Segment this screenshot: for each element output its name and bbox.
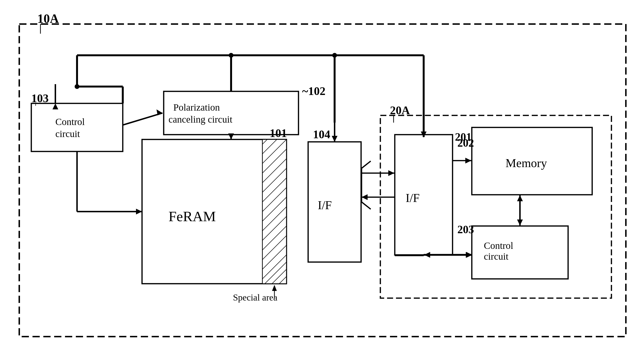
svg-marker-39 — [136, 209, 142, 214]
svg-rect-27 — [308, 142, 361, 262]
svg-rect-4 — [31, 104, 123, 152]
svg-marker-54 — [465, 158, 471, 164]
label-103: 103 — [31, 92, 49, 104]
special-area-text: Special area — [233, 292, 278, 302]
feram-text: FeRAM — [168, 208, 216, 224]
svg-marker-64 — [517, 195, 523, 201]
polarization-text-1: Polarization — [173, 102, 220, 113]
svg-marker-32 — [272, 285, 277, 291]
svg-marker-61 — [466, 252, 472, 258]
svg-marker-47 — [388, 170, 394, 176]
label-203: 203 — [457, 223, 474, 236]
diagram-container: 10A 20A Control circuit 103 Polarization… — [0, 0, 642, 364]
label-101: 101 — [270, 127, 287, 140]
svg-line-51 — [362, 161, 371, 168]
if2-text: I/F — [406, 191, 419, 204]
memory-text: Memory — [506, 156, 547, 170]
subsystem-label: 20A — [390, 104, 410, 116]
svg-point-74 — [75, 84, 79, 89]
system-label: 10A — [37, 12, 59, 26]
control-circuit-text-2: circuit — [55, 128, 80, 139]
svg-marker-70 — [332, 136, 337, 142]
polarization-text-2: canceling circuit — [168, 114, 232, 125]
label-104: 104 — [313, 128, 330, 141]
svg-marker-49 — [362, 194, 368, 200]
control2-text-1: Control — [484, 240, 513, 251]
svg-point-73 — [332, 53, 337, 58]
label-102: ~102 — [302, 85, 325, 97]
if1-text: I/F — [318, 198, 332, 212]
label-202: 202 — [457, 137, 474, 149]
svg-marker-65 — [517, 220, 523, 226]
svg-rect-28 — [395, 135, 453, 255]
svg-line-33 — [123, 113, 162, 125]
control2-text-2: circuit — [484, 251, 508, 262]
svg-line-52 — [362, 202, 371, 209]
control-circuit-text-1: Control — [55, 116, 85, 127]
svg-point-72 — [229, 53, 234, 58]
svg-marker-36 — [228, 134, 234, 140]
